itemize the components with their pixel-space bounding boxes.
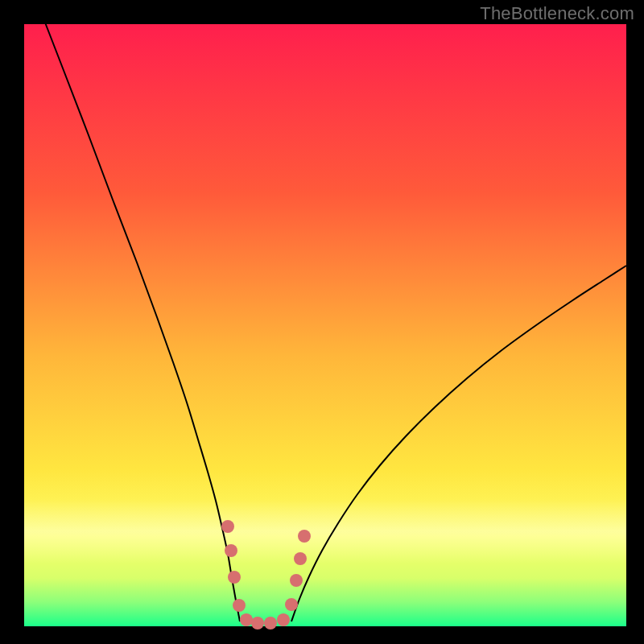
watermark-text: TheBottleneck.com xyxy=(480,3,634,24)
bead-marker xyxy=(251,617,264,630)
bead-marker xyxy=(225,544,237,557)
bead-marker xyxy=(264,617,277,630)
bottleneck-chart xyxy=(0,0,644,644)
bead-marker xyxy=(277,613,290,626)
bead-marker xyxy=(221,520,234,533)
bead-marker xyxy=(240,613,253,626)
bead-marker xyxy=(298,530,311,543)
bead-marker xyxy=(285,598,298,611)
bead-marker xyxy=(233,599,246,612)
bead-marker xyxy=(290,574,303,587)
bead-marker xyxy=(294,552,307,565)
chart-stage: TheBottleneck.com xyxy=(0,0,644,644)
highlight-band xyxy=(24,499,626,564)
bead-marker xyxy=(228,571,241,584)
